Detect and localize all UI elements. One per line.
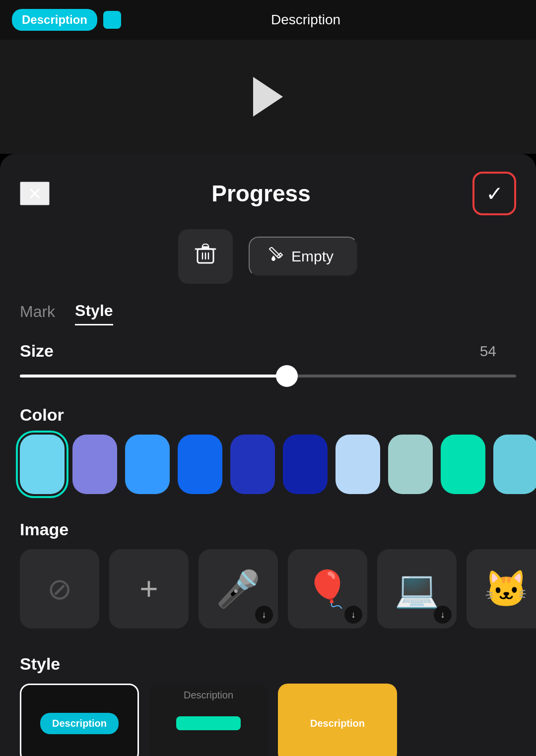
style-preview-pill: Description xyxy=(40,713,119,734)
style-preview-yellow-text: Description xyxy=(310,718,365,729)
bottom-panel: × Progress ✓ xyxy=(0,154,536,756)
color-swatch-5[interactable] xyxy=(230,435,275,494)
image-laptop[interactable]: 💻 ↓ xyxy=(377,549,457,629)
play-icon[interactable] xyxy=(253,77,283,117)
tab-mark[interactable]: Mark xyxy=(20,303,55,325)
image-mic[interactable]: 🎤 ↓ xyxy=(199,549,278,629)
empty-button[interactable]: Empty xyxy=(249,237,358,276)
color-swatch-1[interactable] xyxy=(20,435,65,494)
top-bar-small-box[interactable] xyxy=(103,11,121,29)
top-bar-pill-text: Description xyxy=(22,13,87,27)
download-badge-mic: ↓ xyxy=(255,606,273,624)
style-card-yellow[interactable]: Description xyxy=(278,684,397,756)
check-icon: ✓ xyxy=(486,182,503,206)
style-row: Description Description Description xyxy=(0,676,536,756)
empty-button-label: Empty xyxy=(291,248,334,265)
top-bar-pill[interactable]: Description xyxy=(12,9,97,31)
download-badge-balloons: ↓ xyxy=(344,606,362,624)
style-card-bar-label: Description xyxy=(149,690,268,701)
color-label: Color xyxy=(0,399,536,427)
color-swatch-9[interactable] xyxy=(441,435,485,494)
top-bar: Description Description xyxy=(0,0,536,40)
panel-header: × Progress ✓ xyxy=(0,154,536,229)
close-icon: × xyxy=(28,181,41,205)
download-badge-laptop: ↓ xyxy=(434,606,452,624)
style-card-bar[interactable]: Description xyxy=(149,684,268,756)
color-row xyxy=(0,427,536,514)
size-value: 54 xyxy=(480,343,496,360)
image-none[interactable]: ⊘ xyxy=(20,549,99,629)
image-row: ⊘ + 🎤 ↓ 🎈 ↓ 💻 ↓ 🐱 xyxy=(0,541,536,648)
cat-emoji: 🐱 xyxy=(484,568,529,610)
action-row: Empty xyxy=(0,229,536,302)
close-button[interactable]: × xyxy=(20,182,50,205)
balloons-emoji: 🎈 xyxy=(305,568,350,610)
color-swatch-4[interactable] xyxy=(178,435,222,494)
paint-bucket-icon xyxy=(268,247,283,266)
tabs-row: Mark Style xyxy=(0,302,536,337)
add-icon: + xyxy=(139,570,158,607)
trash-icon xyxy=(193,241,218,272)
laptop-emoji: 💻 xyxy=(395,568,439,610)
style-preview-pill-text: Description xyxy=(52,718,107,729)
no-image-icon: ⊘ xyxy=(47,571,72,606)
image-add[interactable]: + xyxy=(109,549,189,629)
mic-emoji: 🎤 xyxy=(216,568,261,610)
style-card-dark-pill[interactable]: Description xyxy=(20,684,139,756)
image-cat[interactable]: 🐱 xyxy=(467,549,536,629)
image-label: Image xyxy=(0,514,536,541)
color-swatch-8[interactable] xyxy=(388,435,433,494)
color-swatch-6[interactable] xyxy=(283,435,328,494)
size-row: Size 54 xyxy=(0,337,536,361)
size-label: Size xyxy=(20,341,54,361)
image-balloons[interactable]: 🎈 ↓ xyxy=(288,549,367,629)
confirm-button[interactable]: ✓ xyxy=(472,172,516,215)
style-preview-yellow: Description xyxy=(300,714,375,733)
clear-history-button[interactable] xyxy=(178,229,233,284)
slider-container xyxy=(0,361,536,399)
panel-title: Progress xyxy=(211,180,310,207)
preview-area xyxy=(0,40,536,154)
tab-style[interactable]: Style xyxy=(75,302,113,325)
color-swatch-3[interactable] xyxy=(125,435,170,494)
color-swatch-2[interactable] xyxy=(72,435,117,494)
color-swatch-10[interactable] xyxy=(493,435,536,494)
top-bar-title: Description xyxy=(127,12,484,28)
color-swatch-7[interactable] xyxy=(335,435,380,494)
size-slider[interactable] xyxy=(20,375,516,378)
style-bar-teal xyxy=(176,716,241,730)
style-label: Style xyxy=(0,648,536,676)
